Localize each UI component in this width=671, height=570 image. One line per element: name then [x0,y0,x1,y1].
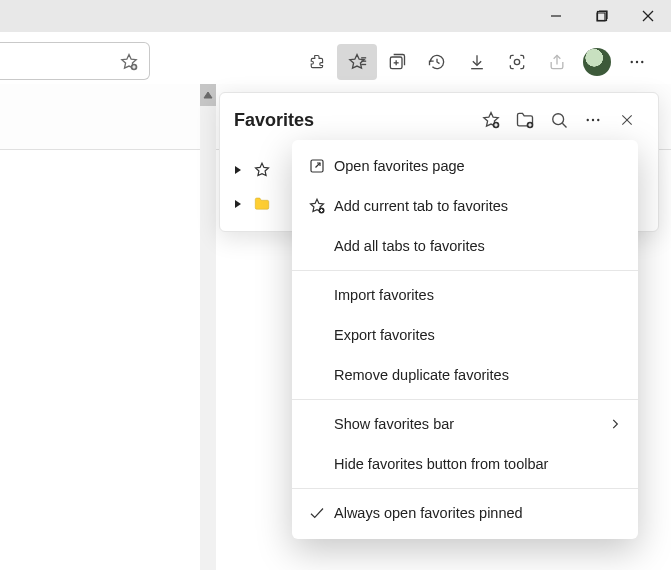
svg-marker-21 [204,92,212,98]
collections-icon[interactable] [377,44,417,80]
menu-add-all-tabs[interactable]: Add all tabs to favorites [292,226,638,266]
svg-point-19 [636,61,638,63]
menu-export-favorites[interactable]: Export favorites [292,315,638,355]
favorites-panel-header: Favorites [220,93,658,147]
expand-caret-icon[interactable] [234,199,244,209]
favorites-bar-star-icon [252,160,272,180]
menu-import-favorites[interactable]: Import favorites [292,275,638,315]
svg-line-29 [562,123,566,127]
svg-point-28 [553,114,564,125]
toolbar [297,44,657,80]
svg-point-30 [587,119,589,121]
star-plus-icon [308,197,334,215]
menu-label: Show favorites bar [334,416,604,432]
svg-point-31 [592,119,594,121]
minimize-button[interactable] [533,0,579,32]
svg-point-16 [514,59,519,64]
menu-separator [292,270,638,271]
favorites-panel-title: Favorites [234,110,474,131]
favorites-toolbar-button[interactable] [337,44,377,80]
menu-label: Add all tabs to favorites [334,238,622,254]
svg-marker-35 [235,166,241,174]
profile-avatar[interactable] [583,48,611,76]
menu-separator [292,399,638,400]
menu-label: Hide favorites button from toolbar [334,456,622,472]
downloads-icon[interactable] [457,44,497,80]
web-capture-icon[interactable] [497,44,537,80]
favorites-more-icon[interactable] [576,103,610,137]
menu-open-favorites-page[interactable]: Open favorites page [292,146,638,186]
close-panel-icon[interactable] [610,103,644,137]
svg-point-18 [631,61,633,63]
address-bar-fragment[interactable] [0,42,150,80]
svg-point-32 [597,119,599,121]
menu-label: Add current tab to favorites [334,198,622,214]
maximize-button[interactable] [579,0,625,32]
svg-point-20 [641,61,643,63]
svg-marker-36 [235,200,241,208]
extensions-icon[interactable] [297,44,337,80]
history-icon[interactable] [417,44,457,80]
menu-label: Always open favorites pinned [334,505,622,521]
chevron-right-icon [604,417,622,431]
settings-more-icon[interactable] [617,44,657,80]
folder-icon [252,194,272,214]
menu-remove-duplicates[interactable]: Remove duplicate favorites [292,355,638,395]
menu-label: Import favorites [334,287,622,303]
expand-caret-icon[interactable] [234,165,244,175]
check-icon [308,504,334,522]
menu-always-open-pinned[interactable]: Always open favorites pinned [292,493,638,533]
open-external-icon [308,157,334,175]
menu-separator [292,488,638,489]
window-controls [533,0,671,32]
menu-hide-favorites-button[interactable]: Hide favorites button from toolbar [292,444,638,484]
menu-label: Remove duplicate favorites [334,367,622,383]
add-favorite-icon[interactable] [474,103,508,137]
search-favorites-icon[interactable] [542,103,576,137]
favorites-context-menu: Open favorites page Add current tab to f… [292,140,638,539]
add-favorite-star-icon[interactable] [117,50,141,74]
share-icon[interactable] [537,44,577,80]
scrollbar-up-button[interactable] [200,84,216,106]
vertical-scrollbar[interactable] [200,84,216,570]
menu-show-favorites-bar[interactable]: Show favorites bar [292,404,638,444]
close-window-button[interactable] [625,0,671,32]
menu-label: Open favorites page [334,158,622,174]
menu-label: Export favorites [334,327,622,343]
add-folder-icon[interactable] [508,103,542,137]
menu-add-current-tab[interactable]: Add current tab to favorites [292,186,638,226]
